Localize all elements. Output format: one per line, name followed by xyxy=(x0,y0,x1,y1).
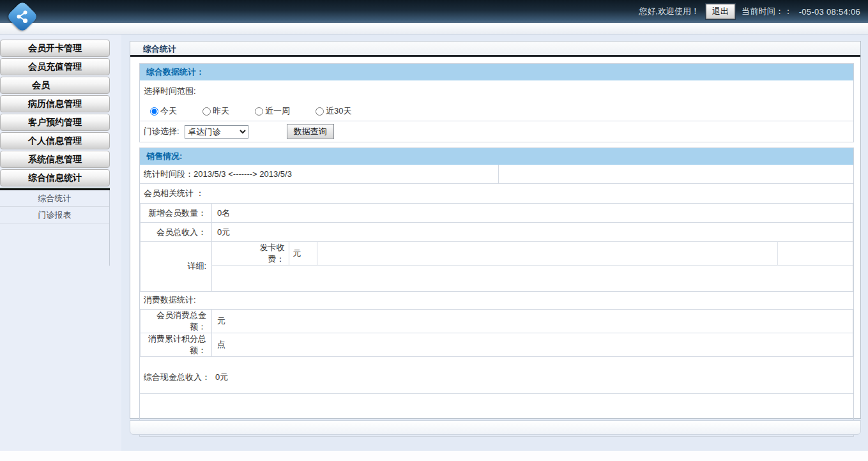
logout-button[interactable]: 退出 xyxy=(706,4,735,19)
member-stats-table: 新增会员数量： 0名 会员总收入： 0元 详细: 发卡收费： 元 xyxy=(140,203,853,292)
radio-label: 今天 xyxy=(160,105,177,117)
sidebar-item-label: 会员开卡管理 xyxy=(28,43,82,54)
current-time-value: -05-03 08:54:06 xyxy=(799,7,860,17)
consume-points-value: 点 xyxy=(212,333,853,356)
radio-label: 近30天 xyxy=(326,105,351,117)
sidebar-menu: 会员开卡管理 会员充值管理 会员 病历信息管理 客户预约管理 个人信息管理 系统… xyxy=(0,34,110,186)
total-cash-row: 综合现金总收入： 0元 xyxy=(140,368,853,387)
radio-label: 近一周 xyxy=(265,105,290,117)
member-income-value: 0元 xyxy=(212,223,853,242)
detail-empty-cell xyxy=(317,242,777,266)
consume-amount-label: 会员消费总金额： xyxy=(141,309,212,333)
new-members-label: 新增会员数量： xyxy=(141,204,212,223)
sidebar-item-personal-info[interactable]: 个人信息管理 xyxy=(0,132,110,149)
sidebar: 会员开卡管理 会员充值管理 会员 病历信息管理 客户预约管理 个人信息管理 系统… xyxy=(0,34,121,451)
member-income-label: 会员总收入： xyxy=(141,223,212,242)
table-row: 发卡收费： 元 xyxy=(212,242,853,266)
detail-empty-cell xyxy=(212,266,853,291)
sidebar-item-appointments[interactable]: 客户预约管理 xyxy=(0,114,110,131)
detail-cell: 发卡收费： 元 xyxy=(212,242,853,292)
detail-sub-table: 发卡收费： 元 xyxy=(212,242,853,291)
new-members-value: 0名 xyxy=(212,204,853,223)
sidebar-item-label: 综合信息统计 xyxy=(28,172,82,184)
consume-stats-table: 会员消费总金额： 元 消费累计积分总额： 点 xyxy=(140,309,853,357)
table-row: 会员消费总金额： 元 xyxy=(141,309,853,333)
header-divider-strip xyxy=(0,23,868,34)
filter-section: 综合数据统计： 选择时间范围: 今天 昨天 近一周 近30天 xyxy=(139,63,854,142)
panel-footer-strip xyxy=(130,420,861,435)
sidebar-item-label: 会员充值管理 xyxy=(28,61,82,73)
radio-last-week[interactable] xyxy=(255,107,263,116)
sidebar-item-member[interactable]: 会员 xyxy=(0,77,110,94)
welcome-text: 您好,欢迎使用！ xyxy=(639,6,699,17)
sidebar-item-system-info[interactable]: 系统信息管理 xyxy=(0,151,110,168)
sidebar-item-medical-records[interactable]: 病历信息管理 xyxy=(0,95,110,112)
radio-last-30-days[interactable] xyxy=(316,107,324,116)
card-fee-value: 元 xyxy=(289,242,317,266)
current-time-label: 当前时间：： xyxy=(742,6,793,17)
stat-period-cell: 统计时间段： 2013/5/3 <-------> 2013/5/3 xyxy=(140,165,499,183)
sidebar-item-label: 系统信息管理 xyxy=(28,154,82,165)
share-icon xyxy=(15,9,30,24)
stat-period-label: 统计时间段： xyxy=(144,169,194,180)
consume-amount-value: 元 xyxy=(212,309,853,333)
stat-period-value: 2013/5/3 <-------> 2013/5/3 xyxy=(194,169,292,179)
radio-option-yesterday[interactable]: 昨天 xyxy=(202,105,229,117)
app-logo xyxy=(9,3,36,30)
detail-empty-cell xyxy=(777,242,853,266)
table-row: 新增会员数量： 0名 xyxy=(141,204,853,223)
table-row xyxy=(212,266,853,291)
sidebar-item-member-recharge[interactable]: 会员充值管理 xyxy=(0,58,110,75)
clinic-select-label: 门诊选择: xyxy=(144,126,179,137)
section-header-data-stats: 综合数据统计： xyxy=(140,64,853,80)
submenu-item-label: 门诊报表 xyxy=(38,209,72,221)
sidebar-item-statistics[interactable]: 综合信息统计 xyxy=(0,169,110,186)
submenu-item-clinic-report[interactable]: 门诊报表 xyxy=(0,207,109,223)
time-range-options: 今天 昨天 近一周 近30天 xyxy=(140,102,853,121)
radio-option-last-week[interactable]: 近一周 xyxy=(255,105,290,117)
detail-label: 详细: xyxy=(141,242,212,292)
member-stats-label: 会员相关统计 ： xyxy=(140,184,853,203)
sidebar-item-label: 客户预约管理 xyxy=(28,117,82,128)
page-bottom-strip xyxy=(0,451,868,461)
total-cash-label: 综合现金总收入： xyxy=(144,372,210,383)
submenu-item-comprehensive-stats[interactable]: 综合统计 xyxy=(0,190,109,207)
sidebar-submenu: 综合统计 门诊报表 xyxy=(0,190,110,266)
radio-option-today[interactable]: 今天 xyxy=(150,105,177,117)
sidebar-item-member-card[interactable]: 会员开卡管理 xyxy=(0,40,110,57)
detail-empty-cell xyxy=(212,242,245,266)
table-row: 会员总收入： 0元 xyxy=(141,223,853,242)
radio-today[interactable] xyxy=(150,107,158,116)
stat-period-row: 统计时间段： 2013/5/3 <-------> 2013/5/3 xyxy=(140,165,853,184)
consume-points-label: 消费累计积分总额： xyxy=(141,333,212,356)
sidebar-item-label: 会员 xyxy=(32,80,50,91)
radio-yesterday[interactable] xyxy=(202,107,211,116)
clinic-filter-row: 门诊选择: 卓达门诊 数据查询 xyxy=(140,121,853,142)
card-fee-label: 发卡收费： xyxy=(245,242,289,266)
clinic-select[interactable]: 卓达门诊 xyxy=(185,125,248,139)
consume-stats-label: 消费数据统计: xyxy=(140,292,853,309)
page-title: 综合统计 xyxy=(130,42,860,57)
time-range-label: 选择时间范围: xyxy=(140,80,853,102)
sidebar-item-label: 个人信息管理 xyxy=(28,135,82,147)
sidebar-item-label: 病历信息管理 xyxy=(28,98,82,110)
section-header-sales: 销售情况: xyxy=(140,148,853,165)
section-gap xyxy=(139,142,854,147)
main-content-panel: 综合统计 综合数据统计： 选择时间范围: 今天 昨天 近一周 xyxy=(130,41,861,419)
panel-body: 综合数据统计： 选择时间范围: 今天 昨天 近一周 近30天 xyxy=(130,57,860,437)
radio-label: 昨天 xyxy=(213,105,229,117)
radio-option-last-30-days[interactable]: 近30天 xyxy=(316,105,351,117)
query-data-button[interactable]: 数据查询 xyxy=(287,124,334,139)
submenu-item-label: 综合统计 xyxy=(38,193,72,204)
table-row: 详细: 发卡收费： 元 xyxy=(141,242,853,292)
top-navbar: 您好,欢迎使用！ 退出 当前时间：：-05-03 08:54:06 xyxy=(0,0,868,23)
total-cash-value: 0元 xyxy=(215,372,228,383)
table-row: 消费累计积分总额： 点 xyxy=(141,333,853,356)
cash-row-divider xyxy=(140,387,853,394)
sales-section: 销售情况: 统计时间段： 2013/5/3 <-------> 2013/5/3… xyxy=(139,147,854,437)
